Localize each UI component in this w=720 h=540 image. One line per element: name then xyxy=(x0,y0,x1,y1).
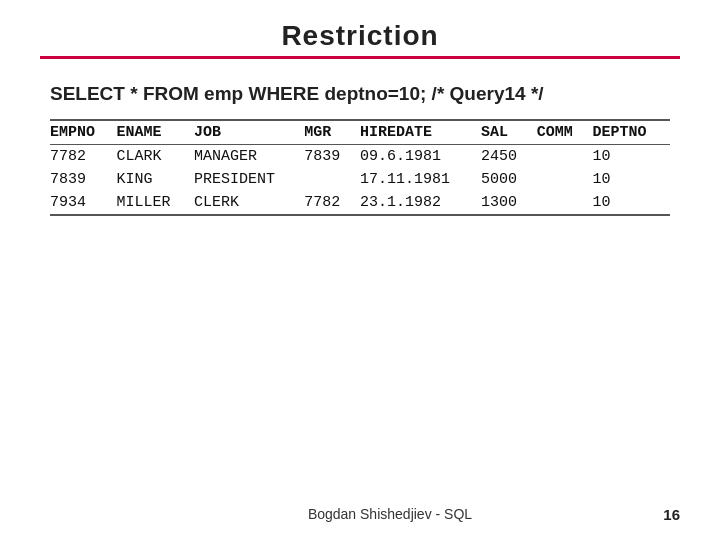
table-header-row: EMPNO ENAME JOB MGR HIREDATE SAL COMM DE… xyxy=(50,120,670,145)
table-cell: 7782 xyxy=(304,191,360,215)
table-cell xyxy=(304,168,360,191)
table-row: 7934MILLERCLERK778223.1.1982130010 xyxy=(50,191,670,215)
table-cell xyxy=(537,191,593,215)
table-cell: MILLER xyxy=(117,191,195,215)
table-cell: 10 xyxy=(592,191,670,215)
table-row: 7839KINGPRESIDENT17.11.1981500010 xyxy=(50,168,670,191)
table-cell: MANAGER xyxy=(194,145,304,169)
title-underline xyxy=(40,56,680,59)
table-cell: CLARK xyxy=(117,145,195,169)
table-cell: 17.11.1981 xyxy=(360,168,481,191)
col-hiredate: HIREDATE xyxy=(360,120,481,145)
table-cell xyxy=(537,145,593,169)
col-comm: COMM xyxy=(537,120,593,145)
table-cell xyxy=(537,168,593,191)
col-job: JOB xyxy=(194,120,304,145)
table-cell: 7782 xyxy=(50,145,117,169)
results-table: EMPNO ENAME JOB MGR HIREDATE SAL COMM DE… xyxy=(50,119,670,216)
col-ename: ENAME xyxy=(117,120,195,145)
table-cell: CLERK xyxy=(194,191,304,215)
table-row: 7782CLARKMANAGER783909.6.1981245010 xyxy=(50,145,670,169)
table-cell: KING xyxy=(117,168,195,191)
table-body: 7782CLARKMANAGER783909.6.19812450107839K… xyxy=(50,145,670,216)
table-cell: 2450 xyxy=(481,145,537,169)
col-mgr: MGR xyxy=(304,120,360,145)
col-sal: SAL xyxy=(481,120,537,145)
table-cell: 7934 xyxy=(50,191,117,215)
table-cell: 10 xyxy=(592,145,670,169)
table-cell: 7839 xyxy=(50,168,117,191)
table-cell: PRESIDENT xyxy=(194,168,304,191)
col-empno: EMPNO xyxy=(50,120,117,145)
footer: Bogdan Shishedjiev - SQL 16 xyxy=(0,506,720,522)
table-cell: 23.1.1982 xyxy=(360,191,481,215)
page-container: Restriction SELECT * FROM emp WHERE dept… xyxy=(0,0,720,540)
footer-page: 16 xyxy=(663,506,680,523)
table-cell: 5000 xyxy=(481,168,537,191)
col-deptno: DEPTNO xyxy=(592,120,670,145)
table-cell: 7839 xyxy=(304,145,360,169)
table-cell: 09.6.1981 xyxy=(360,145,481,169)
page-title: Restriction xyxy=(40,20,680,52)
title-section: Restriction xyxy=(40,20,680,59)
table-wrapper: EMPNO ENAME JOB MGR HIREDATE SAL COMM DE… xyxy=(50,119,670,216)
table-cell: 1300 xyxy=(481,191,537,215)
table-cell: 10 xyxy=(592,168,670,191)
footer-author: Bogdan Shishedjiev - SQL xyxy=(60,506,720,522)
query-subtitle: SELECT * FROM emp WHERE deptno=10; /* Qu… xyxy=(50,83,680,105)
